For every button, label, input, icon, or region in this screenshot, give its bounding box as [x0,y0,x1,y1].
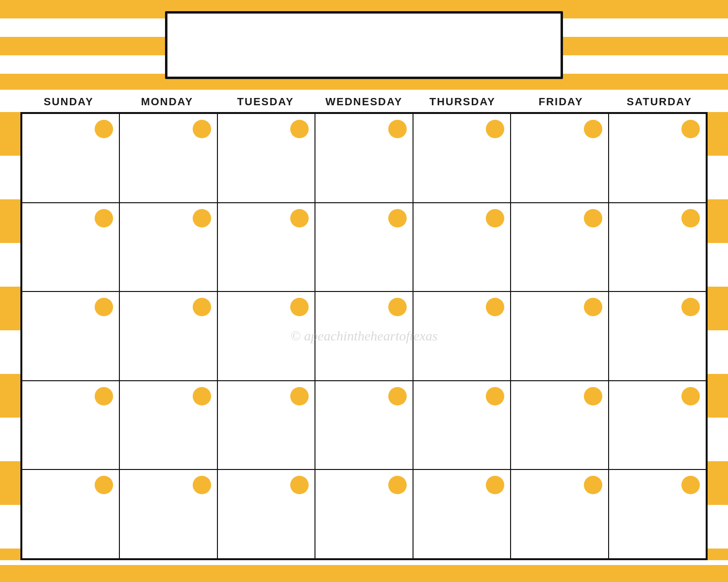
calendar-grid-wrapper: © apeachintheheartoftexas [20,112,708,560]
dot-indicator [193,476,211,494]
calendar-cell[interactable] [315,469,413,559]
day-header-thursday: Thursday [413,96,512,108]
dot-indicator [681,476,700,494]
calendar-cell[interactable] [413,113,511,203]
calendar-cell[interactable] [22,469,119,559]
calendar-cell[interactable] [315,291,413,381]
right-stripe [708,112,728,560]
dot-indicator [584,476,602,494]
dot-indicator [95,120,113,138]
calendar-cell[interactable] [609,469,706,559]
dot-indicator [388,209,407,227]
dot-indicator [95,298,113,316]
calendar-cell[interactable] [609,291,706,381]
dot-indicator [290,298,309,316]
dot-indicator [486,476,504,494]
day-header-saturday: Saturday [610,96,709,108]
dot-indicator [290,209,309,227]
left-stripe [0,112,20,560]
dot-indicator [388,298,407,316]
day-headers: Sunday Monday Tuesday Wednesday Thursday… [0,96,728,108]
dot-indicator [584,298,602,316]
dot-indicator [95,209,113,227]
calendar-cell[interactable] [217,291,315,381]
dot-indicator [681,209,700,227]
dot-indicator [388,476,407,494]
calendar-cell[interactable] [217,113,315,203]
dot-indicator [388,120,407,138]
dot-indicator [95,387,113,405]
dot-indicator [290,120,309,138]
calendar-cell[interactable] [315,113,413,203]
calendar-cell[interactable] [217,469,315,559]
dot-indicator [486,209,504,227]
page-wrapper: Sunday Monday Tuesday Wednesday Thursday… [0,0,728,582]
footer-stripe [0,565,728,582]
dot-indicator [681,120,700,138]
title-box[interactable] [165,11,563,79]
calendar-cell[interactable] [413,469,511,559]
day-header-wednesday: Wednesday [315,96,414,108]
calendar-cell[interactable] [511,203,608,292]
calendar-cell[interactable] [511,381,608,470]
calendar-cell[interactable] [609,113,706,203]
dot-indicator [584,120,602,138]
dot-indicator [388,387,407,405]
dot-indicator [681,387,700,405]
calendar-cell[interactable] [22,381,119,470]
dot-indicator [486,387,504,405]
dot-indicator [95,476,113,494]
dot-indicator [193,298,211,316]
day-header-monday: Monday [118,96,216,108]
calendar-cell[interactable] [511,291,608,381]
dot-indicator [290,387,309,405]
calendar-cell[interactable] [217,203,315,292]
day-header-friday: Friday [512,96,610,108]
calendar-grid [22,113,706,559]
dot-indicator [486,298,504,316]
calendar-cell[interactable] [609,381,706,470]
calendar-cell[interactable] [119,381,217,470]
calendar-cell[interactable] [119,469,217,559]
calendar-cell[interactable] [315,381,413,470]
calendar-cell[interactable] [315,203,413,292]
calendar-outer: © apeachintheheartoftexas [0,112,728,565]
dot-indicator [290,476,309,494]
calendar-cell[interactable] [119,203,217,292]
dot-indicator [193,209,211,227]
calendar-cell[interactable] [119,291,217,381]
dot-indicator [681,298,700,316]
dot-indicator [193,120,211,138]
calendar-cell[interactable] [609,203,706,292]
calendar-cell[interactable] [217,381,315,470]
dot-indicator [584,209,602,227]
calendar-cell[interactable] [119,113,217,203]
dot-indicator [486,120,504,138]
calendar-cell[interactable] [413,381,511,470]
calendar-cell[interactable] [413,203,511,292]
calendar-cell[interactable] [511,113,608,203]
day-header-sunday: Sunday [19,96,118,108]
calendar-cell[interactable] [413,291,511,381]
calendar-cell[interactable] [22,203,119,292]
dot-indicator [584,387,602,405]
day-header-tuesday: Tuesday [216,96,315,108]
dot-indicator [193,387,211,405]
calendar-cell[interactable] [22,291,119,381]
calendar-cell[interactable] [22,113,119,203]
header-area [0,0,728,90]
calendar-cell[interactable] [511,469,608,559]
